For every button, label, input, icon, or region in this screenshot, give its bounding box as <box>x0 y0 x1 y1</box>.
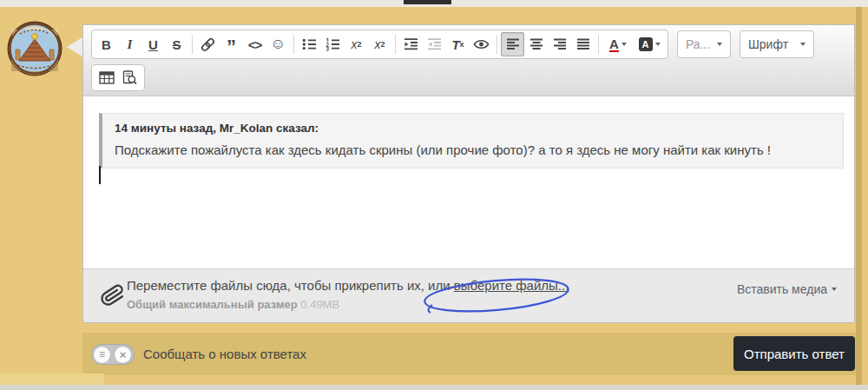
toolbar-row-1: B I U S ” <> ☺ <box>91 30 814 59</box>
paragraph-style-value: Ра... <box>686 37 710 51</box>
font-value: Шрифт <box>748 37 788 51</box>
toolbar-separator <box>598 35 599 54</box>
quoted-message: 14 минуты назад, Mr_Kolan сказал: Подска… <box>99 113 844 169</box>
preview-eye-button[interactable] <box>470 32 493 56</box>
remove-format-mark: x <box>460 40 464 49</box>
background-color-button[interactable]: A <box>634 32 665 56</box>
reply-footer: ≡ × Сообщать о новых ответах Отправить о… <box>82 333 859 375</box>
subscript-mark: 2 <box>357 40 361 49</box>
text-color-letter: A <box>609 37 619 52</box>
choose-files-link[interactable]: выберите файлы... <box>454 278 569 293</box>
bullet-list-button[interactable] <box>298 32 321 56</box>
chain-link-icon <box>200 36 216 53</box>
max-size-value: 0.49MB <box>300 298 339 311</box>
toolbar-main-group: B I U S ” <> ☺ <box>91 30 668 59</box>
table-icon <box>99 71 115 84</box>
superscript-mark: 2 <box>380 40 385 49</box>
emoji-button[interactable]: ☺ <box>266 32 290 56</box>
insert-table-button[interactable] <box>95 66 118 90</box>
code-button[interactable]: <> <box>243 32 266 56</box>
speech-bubble-tail <box>67 37 82 56</box>
bullet-list-icon <box>302 37 317 51</box>
align-justify-button[interactable] <box>571 32 595 56</box>
bold-button[interactable]: B <box>95 32 118 56</box>
paperclip-icon <box>101 282 125 308</box>
editor-toolbar: B I U S ” <> ☺ <box>83 25 854 96</box>
insert-media-button[interactable]: Вставить медиа <box>737 282 837 296</box>
quote-button[interactable]: ” <box>220 32 243 56</box>
superscript-button[interactable]: x2 <box>368 32 391 56</box>
font-dropdown[interactable]: Шрифт <box>740 30 814 58</box>
page-bottom-edge <box>0 385 868 390</box>
notify-label: Сообщать о новых ответах <box>143 333 306 375</box>
top-edge-artifact <box>404 0 451 4</box>
avatar-emblem-icon <box>7 21 62 76</box>
editor-content-area[interactable]: 14 минуты назад, Mr_Kolan сказал: Подска… <box>83 97 854 270</box>
subscript-button[interactable]: x2 <box>345 32 368 56</box>
drag-files-label: Переместите файлы сюда, чтобы прикрепить… <box>127 278 454 293</box>
paragraph-style-dropdown[interactable]: Ра... <box>677 30 731 58</box>
reply-editor: B I U S ” <> ☺ <box>82 24 855 323</box>
preview-page-button[interactable] <box>118 66 141 90</box>
reply-editor-screen: B I U S ” <> ☺ <box>0 0 868 390</box>
max-size-label: Общий максимальный размер <box>127 298 298 311</box>
user-avatar[interactable] <box>7 21 62 76</box>
notify-on-icon: ≡ <box>94 347 110 363</box>
eye-icon <box>473 38 490 50</box>
indent-icon <box>404 37 418 51</box>
numbered-list-button[interactable] <box>321 32 345 56</box>
superscript-base: x <box>374 37 380 51</box>
chevron-down-icon <box>621 43 627 46</box>
background-color-swatch: A <box>639 37 653 51</box>
toolbar-separator <box>496 35 497 54</box>
text-cursor <box>99 166 101 184</box>
toolbar-separator <box>293 35 294 54</box>
max-size-text: Общий максимальный размер 0.49MB <box>127 298 339 311</box>
chevron-down-icon <box>717 43 722 46</box>
underline-button[interactable]: U <box>141 32 165 56</box>
align-right-icon <box>553 38 567 50</box>
align-left-button[interactable] <box>501 32 524 56</box>
quote-header: 14 минуты назад, Mr_Kolan сказал: <box>115 122 831 135</box>
insert-media-label: Вставить медиа <box>737 282 827 296</box>
align-center-icon <box>529 38 543 50</box>
drag-files-text: Переместите файлы сюда, чтобы прикрепить… <box>127 278 569 293</box>
outdent-icon <box>427 37 442 51</box>
outdent-button[interactable] <box>423 32 446 56</box>
indent-button[interactable] <box>399 32 423 56</box>
attachment-bar: Переместите файлы сюда, чтобы прикрепить… <box>83 268 854 322</box>
toolbar-secondary-group <box>91 64 145 91</box>
align-justify-icon <box>576 38 590 50</box>
strikethrough-button[interactable]: S <box>165 32 188 56</box>
notify-off-icon: × <box>115 347 131 363</box>
toolbar-row-2 <box>91 64 145 91</box>
notify-toggle[interactable]: ≡ × <box>91 344 135 365</box>
chevron-down-icon <box>800 43 806 46</box>
link-button[interactable] <box>196 32 220 56</box>
text-color-button[interactable]: A <box>602 32 634 56</box>
chevron-down-icon <box>832 288 837 291</box>
quote-body: Подскажите пожайлуста как здесь кидать с… <box>115 142 831 157</box>
page-magnifier-icon <box>122 70 137 85</box>
align-center-button[interactable] <box>524 32 548 56</box>
italic-button[interactable]: I <box>118 32 141 56</box>
toolbar-separator <box>395 35 396 54</box>
chevron-down-icon <box>655 43 661 46</box>
align-left-icon <box>506 38 520 50</box>
numbered-list-icon <box>326 37 340 51</box>
toolbar-separator <box>192 35 193 54</box>
subscript-base: x <box>351 37 357 51</box>
page-top-edge <box>0 0 868 7</box>
background-light-patch <box>0 373 104 385</box>
submit-reply-button[interactable]: Отправить ответ <box>733 336 855 371</box>
align-right-button[interactable] <box>548 32 571 56</box>
remove-format-button[interactable]: Tx <box>446 32 470 56</box>
background-shade-stripe <box>856 7 862 385</box>
remove-format-base: T <box>451 37 459 52</box>
